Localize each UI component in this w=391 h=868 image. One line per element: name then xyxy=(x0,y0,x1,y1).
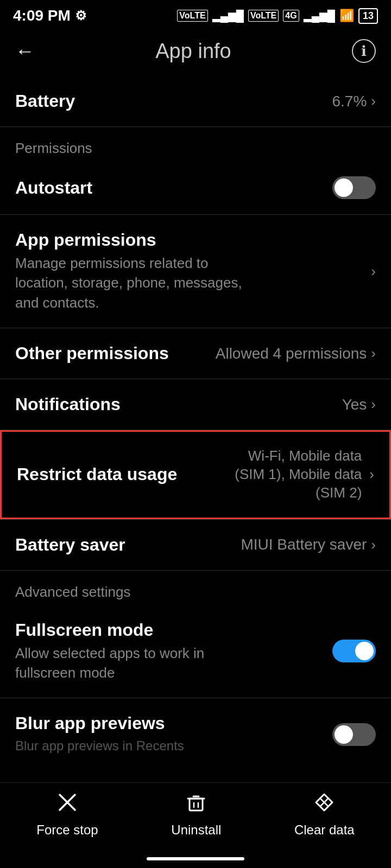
status-left: 4:09 PM ⚙ xyxy=(13,7,87,24)
clear-data-button[interactable]: Clear data xyxy=(294,792,355,838)
app-permissions-subtitle: Manage permissions related to location, … xyxy=(15,253,254,312)
status-bar: 4:09 PM ⚙ VoLTE ▂▄▆█ VoLTE 4G ▂▄▆█ 📶 13 xyxy=(0,0,391,28)
battery-indicator: 13 xyxy=(358,8,378,24)
page-title: App info xyxy=(155,40,231,63)
bottom-actions-bar: Force stop Uninstall Clear data xyxy=(0,782,391,842)
autostart-toggle-knob xyxy=(335,178,353,197)
other-permissions-value: Allowed 4 permissions xyxy=(216,345,367,362)
battery-saver-title: Battery saver xyxy=(15,535,241,555)
uninstall-icon xyxy=(185,792,207,818)
notifications-title: Notifications xyxy=(15,394,342,414)
wifi-icon: 📶 xyxy=(339,9,354,23)
other-permissions-chevron: › xyxy=(371,345,376,362)
app-permissions-chevron: › xyxy=(371,263,376,280)
svg-rect-2 xyxy=(190,799,203,810)
clear-data-label: Clear data xyxy=(294,822,355,838)
status-right: VoLTE ▂▄▆█ VoLTE 4G ▂▄▆█ 📶 13 xyxy=(177,8,378,24)
notifications-value: Yes xyxy=(342,396,367,413)
battery-saver-row[interactable]: Battery saver MIUI Battery saver › xyxy=(0,520,391,570)
battery-saver-value: MIUI Battery saver xyxy=(241,536,367,553)
volte-signal-icon: VoLTE xyxy=(177,10,207,22)
battery-title: Battery xyxy=(15,91,332,111)
4g-icon: 4G xyxy=(283,10,299,22)
blur-app-previews-title: Blur app previews xyxy=(15,713,332,733)
app-permissions-title: App permissions xyxy=(15,230,371,250)
back-button[interactable]: ← xyxy=(15,40,35,62)
home-indicator xyxy=(147,857,244,860)
battery-row[interactable]: Battery 6.7% › xyxy=(0,76,391,126)
advanced-section: Advanced settings Fullscreen mode Allow … xyxy=(0,571,391,770)
permissions-section: Permissions Autostart App permissions Ma… xyxy=(0,127,391,379)
blur-toggle[interactable] xyxy=(332,723,376,746)
notifications-section: Notifications Yes › Restrict data usage … xyxy=(0,379,391,570)
time-display: 4:09 PM xyxy=(13,7,71,24)
other-permissions-row[interactable]: Other permissions Allowed 4 permissions … xyxy=(0,328,391,379)
autostart-title: Autostart xyxy=(15,178,332,198)
uninstall-label: Uninstall xyxy=(171,822,221,838)
notifications-chevron: › xyxy=(371,396,376,413)
restrict-data-usage-row[interactable]: Restrict data usage Wi-Fi, Mobile data (… xyxy=(0,430,391,519)
uninstall-button[interactable]: Uninstall xyxy=(171,792,221,838)
permissions-label: Permissions xyxy=(0,127,391,161)
notifications-row[interactable]: Notifications Yes › xyxy=(0,379,391,430)
blur-toggle-knob xyxy=(335,725,353,744)
blur-app-previews-row[interactable]: Blur app previews Blur app previews in R… xyxy=(0,698,391,770)
app-header: ← App info ℹ xyxy=(0,28,391,76)
restrict-data-value: Wi-Fi, Mobile data (SIM 1), Mobile data … xyxy=(222,447,362,502)
force-stop-label: Force stop xyxy=(36,822,98,838)
restrict-data-chevron: › xyxy=(369,466,374,483)
clear-data-icon xyxy=(313,792,335,818)
volte2-signal-icon: VoLTE xyxy=(248,10,279,22)
info-icon: ℹ xyxy=(361,43,367,60)
force-stop-button[interactable]: Force stop xyxy=(36,792,98,838)
app-permissions-chevron-area: › xyxy=(371,263,376,280)
other-permissions-title: Other permissions xyxy=(15,343,216,363)
battery-saver-value-area: MIUI Battery saver › xyxy=(241,536,376,553)
autostart-toggle[interactable] xyxy=(332,176,376,199)
blur-app-previews-subtitle: Blur app previews in Recents xyxy=(15,737,254,755)
signal-bars-2: ▂▄▆█ xyxy=(304,9,335,22)
other-permissions-value-area: Allowed 4 permissions › xyxy=(216,345,376,362)
battery-saver-chevron: › xyxy=(371,537,376,553)
restrict-data-value-area: Wi-Fi, Mobile data (SIM 1), Mobile data … xyxy=(222,447,374,502)
info-button[interactable]: ℹ xyxy=(352,39,376,63)
autostart-row[interactable]: Autostart xyxy=(0,161,391,214)
restrict-data-title: Restrict data usage xyxy=(17,464,222,484)
notifications-value-area: Yes › xyxy=(342,396,376,413)
fullscreen-toggle-knob xyxy=(355,642,374,660)
battery-chevron: › xyxy=(371,93,376,110)
fullscreen-mode-title: Fullscreen mode xyxy=(15,620,332,640)
battery-value: 6.7% xyxy=(332,93,367,110)
fullscreen-toggle[interactable] xyxy=(332,640,376,662)
battery-section: Battery 6.7% › xyxy=(0,76,391,126)
fullscreen-mode-row[interactable]: Fullscreen mode Allow selected apps to w… xyxy=(0,605,391,698)
advanced-label: Advanced settings xyxy=(0,571,391,605)
app-permissions-row[interactable]: App permissions Manage permissions relat… xyxy=(0,215,391,328)
fullscreen-mode-subtitle: Allow selected apps to work in fullscree… xyxy=(15,643,254,683)
signal-bars-1: ▂▄▆█ xyxy=(212,9,244,22)
settings-gear-icon: ⚙ xyxy=(75,8,87,23)
battery-value-area: 6.7% › xyxy=(332,93,376,110)
force-stop-icon xyxy=(56,792,78,818)
